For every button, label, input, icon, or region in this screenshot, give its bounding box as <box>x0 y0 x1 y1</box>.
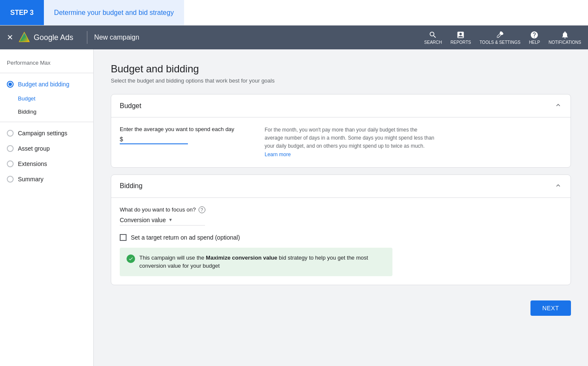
tools-label: TOOLS & SETTINGS <box>479 40 520 45</box>
dropdown-arrow-icon: ▼ <box>168 217 173 222</box>
sidebar-label-summary: Summary <box>18 176 43 183</box>
sidebar-sub-budget[interactable]: Budget <box>0 92 93 105</box>
sidebar-label-extensions: Extensions <box>18 160 47 167</box>
campaign-title: New campaign <box>94 34 139 41</box>
target-roas-checkbox[interactable] <box>120 234 127 241</box>
main-layout: Performance Max Budget and bidding Budge… <box>0 49 588 366</box>
sidebar-item-campaign-settings[interactable]: Campaign settings <box>0 126 93 141</box>
search-nav-button[interactable]: SEARCH <box>424 31 442 45</box>
sidebar-divider-1 <box>0 73 93 73</box>
sidebar-performance-max: Performance Max <box>0 56 93 69</box>
google-ads-logo: Google Ads <box>18 31 73 43</box>
sidebar-label-budget-bidding: Budget and bidding <box>18 81 69 88</box>
page-subtitle: Select the budget and bidding options th… <box>111 77 571 84</box>
help-label: HELP <box>529 40 540 45</box>
sidebar-label-campaign-settings: Campaign settings <box>18 130 67 137</box>
sidebar-item-summary[interactable]: Summary <box>0 172 93 187</box>
help-nav-button[interactable]: HELP <box>529 31 540 45</box>
sidebar-sub-bidding[interactable]: Bidding <box>0 105 93 118</box>
budget-card-header: Budget <box>111 94 571 117</box>
sidebar-item-extensions[interactable]: Extensions <box>0 156 93 172</box>
budget-card-body: Enter the average you want to spend each… <box>111 117 571 167</box>
sidebar-sub-budget-label: Budget <box>18 95 35 102</box>
bidding-card: Bidding What do you want to focus on? ? … <box>111 174 571 285</box>
budget-input[interactable] <box>124 136 184 143</box>
budget-info-section: For the month, you won't pay more than y… <box>265 126 435 159</box>
check-circle-icon <box>127 254 135 263</box>
content-area: Budget and bidding Select the budget and… <box>94 49 588 366</box>
budget-collapse-button[interactable] <box>554 101 562 110</box>
google-ads-logo-icon <box>18 31 30 43</box>
learn-more-link[interactable]: Learn more <box>265 152 291 157</box>
step-label: STEP 3 <box>10 9 34 17</box>
sidebar-divider-2 <box>0 122 93 122</box>
svg-marker-1 <box>20 33 29 42</box>
nav-icons: SEARCH REPORTS TOOLS & SETTINGS HELP NOT… <box>424 31 581 45</box>
step-banner: STEP 3 Determine your budget and bid str… <box>0 0 588 26</box>
notifications-label: NOTIFICATIONS <box>549 40 581 45</box>
sidebar-circle-extensions <box>7 160 14 167</box>
bidding-focus-label: What do you want to focus on? ? <box>120 206 562 213</box>
next-button[interactable]: NEXT <box>530 300 571 316</box>
sidebar-circle-asset-group <box>7 145 14 152</box>
sidebar-circle-summary <box>7 176 14 183</box>
close-button[interactable]: ✕ <box>7 33 13 42</box>
page-title: Budget and bidding <box>111 63 571 75</box>
sidebar-label-asset-group: Asset group <box>18 145 50 152</box>
step-title: Determine your budget and bid strategy <box>44 0 184 25</box>
notifications-nav-button[interactable]: NOTIFICATIONS <box>549 31 581 45</box>
target-roas-row: Set a target return on ad spend (optiona… <box>120 234 562 241</box>
sidebar-circle-campaign-settings <box>7 130 14 137</box>
budget-input-section: Enter the average you want to spend each… <box>120 126 248 159</box>
sidebar-item-asset-group[interactable]: Asset group <box>0 141 93 156</box>
bidding-help-icon[interactable]: ? <box>199 206 205 213</box>
sidebar-item-budget-bidding[interactable]: Budget and bidding <box>0 77 93 92</box>
app-name: Google Ads <box>34 33 73 42</box>
next-button-row: NEXT <box>111 292 571 324</box>
bidding-card-title: Bidding <box>120 182 142 190</box>
nav-divider <box>87 31 87 44</box>
bidding-card-body: What do you want to focus on? ? Conversi… <box>111 198 571 285</box>
focus-value: Conversion value <box>120 217 166 223</box>
reports-label: REPORTS <box>450 40 471 45</box>
bidding-info-box: This campaign will use the Maximize conv… <box>120 248 392 276</box>
reports-nav-button[interactable]: REPORTS <box>450 31 471 45</box>
top-nav: ✕ Google Ads New campaign SEARCH REPORTS <box>0 26 588 49</box>
budget-card: Budget Enter the average you want to spe… <box>111 94 571 168</box>
sidebar-circle-budget-bidding <box>7 81 14 88</box>
budget-row: Enter the average you want to spend each… <box>120 126 562 159</box>
sidebar: Performance Max Budget and bidding Budge… <box>0 49 94 366</box>
target-roas-label: Set a target return on ad spend (optiona… <box>131 234 240 241</box>
bidding-card-header: Bidding <box>111 175 571 198</box>
step-title-text: Determine your budget and bid strategy <box>54 9 174 17</box>
focus-dropdown[interactable]: Conversion value ▼ <box>120 217 205 226</box>
budget-card-title: Budget <box>120 102 141 110</box>
search-label: SEARCH <box>424 40 442 45</box>
dollar-sign: $ <box>120 136 123 143</box>
bidding-collapse-button[interactable] <box>554 182 562 191</box>
budget-input-label: Enter the average you want to spend each… <box>120 126 248 132</box>
budget-input-wrap: $ <box>120 136 188 144</box>
tools-nav-button[interactable]: TOOLS & SETTINGS <box>479 31 520 45</box>
sidebar-sub-bidding-label: Bidding <box>18 109 36 115</box>
step-badge: STEP 3 <box>0 0 44 25</box>
bidding-info-text: This campaign will use the Maximize conv… <box>139 254 386 270</box>
budget-info-text: For the month, you won't pay more than y… <box>265 126 435 159</box>
